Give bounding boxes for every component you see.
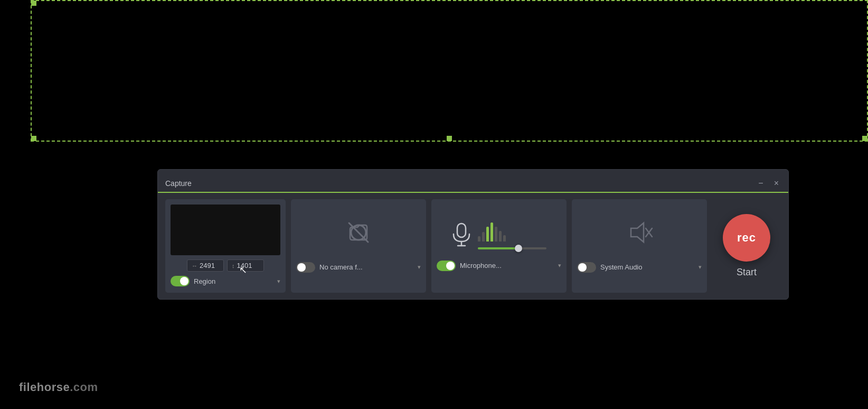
height-field[interactable]: ↕ 1401 — [227, 259, 264, 272]
handle-bottom-left[interactable] — [31, 136, 36, 141]
toggle-thumb — [446, 262, 455, 270]
titlebar-controls: − × — [756, 178, 781, 189]
region-toggle-row: Region ▾ — [171, 276, 280, 286]
level-bar-5 — [495, 227, 497, 241]
toggle-thumb — [578, 263, 587, 272]
audio-toggle-row: System Audio ▾ — [577, 262, 702, 273]
selection-rectangle — [31, 0, 868, 142]
region-dimensions: ↔ 2491 ↕ 1401 — [171, 259, 280, 272]
volume-slider[interactable] — [478, 245, 546, 252]
height-arrow-icon: ↕ — [232, 263, 235, 269]
toggle-thumb — [297, 263, 306, 272]
width-value: 2491 — [200, 262, 215, 269]
level-bar-2 — [482, 232, 485, 241]
rec-button[interactable]: rec — [723, 214, 770, 262]
slider-track — [478, 247, 546, 249]
audio-label: System Audio — [600, 263, 693, 271]
titlebar: Capture − × — [158, 170, 788, 193]
camera-dropdown-arrow[interactable]: ▾ — [418, 264, 421, 271]
mic-dropdown-arrow[interactable]: ▾ — [558, 262, 561, 269]
handle-top-left[interactable] — [31, 1, 36, 6]
capture-window: Capture − × ↔ 2491 ↕ 1401 — [157, 169, 789, 300]
svg-rect-2 — [457, 224, 466, 237]
slider-fill — [478, 247, 521, 249]
level-bars — [478, 220, 546, 241]
window-title: Capture — [165, 179, 192, 188]
width-arrow-icon: ↔ — [192, 263, 197, 269]
mic-icon — [451, 222, 471, 250]
svg-marker-5 — [631, 223, 644, 242]
handle-bottom-middle[interactable] — [447, 136, 452, 141]
camera-toggle-row: No camera f... ▾ — [296, 262, 421, 273]
watermark-suffix: .com — [70, 380, 98, 394]
level-bar-7 — [503, 235, 506, 241]
watermark: filehorse.com — [19, 380, 98, 394]
region-preview — [171, 204, 280, 255]
level-bar-1 — [478, 236, 480, 241]
volume-visualization — [478, 220, 546, 252]
region-toggle[interactable] — [171, 276, 190, 286]
region-panel: ↔ 2491 ↕ 1401 Region ▾ ↖ — [165, 199, 286, 293]
mic-toggle-row: Microphone... ▾ — [437, 261, 561, 271]
mic-panel: Microphone... ▾ — [431, 199, 567, 293]
camera-off-icon — [345, 219, 372, 252]
width-field[interactable]: ↔ 2491 — [187, 259, 224, 272]
audio-toggle[interactable] — [577, 262, 596, 273]
mic-content — [451, 220, 546, 252]
close-button[interactable]: × — [772, 178, 781, 189]
toggle-thumb — [180, 277, 188, 285]
level-bar-3 — [486, 227, 489, 241]
region-dropdown-arrow[interactable]: ▾ — [277, 278, 280, 285]
level-bar-6 — [499, 231, 502, 241]
audio-dropdown-arrow[interactable]: ▾ — [699, 264, 702, 271]
rec-label: rec — [737, 231, 756, 245]
handle-bottom-right[interactable] — [862, 136, 867, 141]
slider-thumb[interactable] — [515, 245, 522, 252]
mic-toggle[interactable] — [437, 261, 456, 271]
audio-panel: System Audio ▾ — [572, 199, 707, 293]
start-label: Start — [737, 267, 757, 278]
height-value: 1401 — [237, 262, 252, 269]
region-label: Region — [194, 277, 272, 285]
panels-row: ↔ 2491 ↕ 1401 Region ▾ ↖ — [158, 193, 788, 299]
audio-off-icon — [626, 219, 653, 252]
mic-label: Microphone... — [460, 262, 553, 269]
camera-panel: No camera f... ▾ — [291, 199, 426, 293]
camera-toggle[interactable] — [296, 262, 315, 273]
minimize-button[interactable]: − — [756, 178, 765, 189]
level-bar-4 — [490, 222, 493, 241]
watermark-text: filehorse — [19, 380, 70, 394]
rec-area: rec Start — [712, 199, 781, 293]
camera-label: No camera f... — [319, 263, 412, 271]
